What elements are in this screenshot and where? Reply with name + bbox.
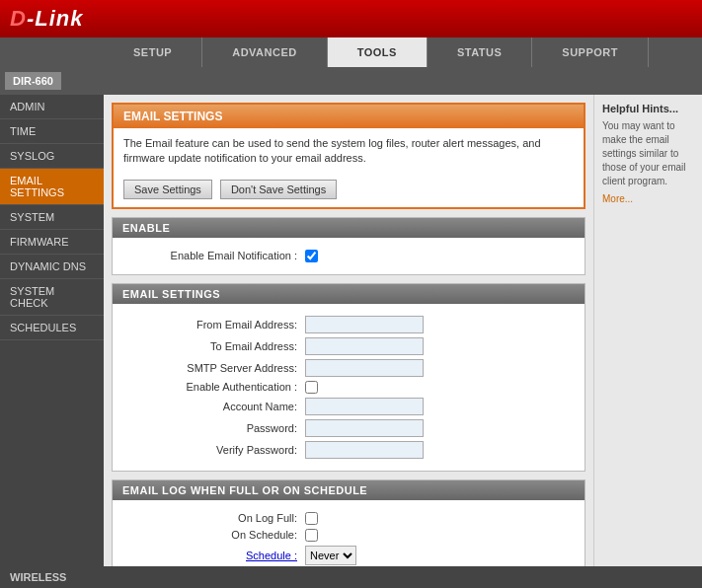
schedule-select[interactable]: Never (305, 546, 356, 565)
sidebar-item-email-settings[interactable]: EMAIL SETTINGS (0, 169, 104, 205)
sidebar-item-syslog[interactable]: SYSLOG (0, 144, 104, 169)
email-log-section-header: EMAIL LOG WHEN FULL OR ON SCHEDULE (113, 480, 585, 500)
to-email-row: To Email Address: (127, 337, 570, 355)
tab-support[interactable]: SUPPORT (532, 37, 649, 67)
enable-auth-row: Enable Authentication : (127, 381, 570, 394)
enable-notification-checkbox[interactable] (305, 250, 318, 262)
sidebar-item-dynamic-dns[interactable]: DYNAMIC DNS (0, 255, 104, 279)
hints-panel: Helpful Hints... You may want to make th… (593, 95, 702, 566)
sidebar-item-admin[interactable]: ADMIN (0, 95, 104, 119)
schedule-label: Schedule : (127, 550, 305, 561)
account-name-input[interactable] (305, 398, 424, 415)
on-log-full-checkbox[interactable] (305, 512, 318, 525)
on-schedule-checkbox[interactable] (305, 529, 318, 542)
tab-tools[interactable]: TOOLS (328, 37, 428, 67)
tab-status[interactable]: STATUS (428, 37, 532, 67)
hints-text: You may want to make the email settings … (602, 119, 694, 188)
verify-password-row: Verify Password: (127, 441, 570, 459)
email-log-section: EMAIL LOG WHEN FULL OR ON SCHEDULE On Lo… (112, 479, 585, 566)
from-email-label: From Email Address: (127, 319, 305, 331)
email-settings-top-header: EMAIL SETTINGS (114, 105, 584, 128)
email-log-section-content: On Log Full: On Schedule: Schedule : Nev… (113, 500, 585, 566)
main-layout: ADMIN TIME SYSLOG EMAIL SETTINGS SYSTEM … (0, 95, 702, 566)
email-settings-description: The Email feature can be used to send th… (114, 128, 584, 175)
sidebar-item-system[interactable]: SYSTEM (0, 205, 104, 230)
verify-password-input[interactable] (305, 441, 424, 459)
email-settings-section-header: EMAIL SETTINGS (113, 284, 585, 304)
sidebar: ADMIN TIME SYSLOG EMAIL SETTINGS SYSTEM … (0, 95, 104, 566)
from-email-row: From Email Address: (127, 316, 570, 333)
password-input[interactable] (305, 419, 424, 437)
save-settings-button[interactable]: Save Settings (123, 180, 212, 199)
password-row: Password: (127, 419, 570, 437)
smtp-row: SMTP Server Address: (127, 359, 570, 377)
navbar: SETUP ADVANCED TOOLS STATUS SUPPORT (0, 37, 702, 67)
enable-section-content: Enable Email Notification : (113, 238, 585, 274)
sidebar-item-schedules[interactable]: SCHEDULES (0, 316, 104, 340)
sidebar-item-firmware[interactable]: FIRMWARE (0, 230, 104, 255)
email-settings-section-content: From Email Address: To Email Address: SM… (113, 304, 585, 471)
tab-setup[interactable]: SETUP (104, 37, 202, 67)
hints-more-link[interactable]: More... (602, 193, 694, 204)
sidebar-item-time[interactable]: TIME (0, 119, 104, 144)
on-log-full-row: On Log Full: (127, 512, 570, 525)
verify-password-label: Verify Password: (127, 444, 305, 456)
to-email-label: To Email Address: (127, 340, 305, 352)
content-inner: EMAIL SETTINGS The Email feature can be … (104, 95, 702, 566)
footer: WIRELESS (0, 566, 702, 588)
header: D-Link (0, 0, 702, 37)
from-email-input[interactable] (305, 316, 424, 333)
schedule-row: Schedule : Never (127, 546, 570, 565)
content-main: EMAIL SETTINGS The Email feature can be … (104, 95, 593, 566)
device-label: DIR-660 (5, 72, 61, 90)
settings-buttons: Save Settings Don't Save Settings (114, 175, 584, 207)
password-label: Password: (127, 422, 305, 434)
dont-save-settings-button[interactable]: Don't Save Settings (220, 180, 337, 199)
enable-auth-checkbox[interactable] (305, 381, 318, 394)
enable-section: ENABLE Enable Email Notification : (112, 217, 585, 275)
enable-notification-row: Enable Email Notification : (127, 250, 570, 262)
enable-notification-label: Enable Email Notification : (127, 250, 305, 261)
account-name-label: Account Name: (127, 401, 305, 412)
on-log-full-label: On Log Full: (127, 512, 305, 524)
device-bar: DIR-660 (0, 67, 702, 95)
sidebar-item-system-check[interactable]: SYSTEM CHECK (0, 279, 104, 316)
smtp-input[interactable] (305, 359, 424, 377)
hints-title: Helpful Hints... (602, 103, 694, 114)
smtp-label: SMTP Server Address: (127, 362, 305, 374)
enable-section-header: ENABLE (113, 218, 585, 238)
enable-auth-label: Enable Authentication : (127, 381, 305, 393)
logo: D-Link (10, 6, 83, 32)
content-area: EMAIL SETTINGS The Email feature can be … (104, 95, 702, 566)
to-email-input[interactable] (305, 337, 424, 355)
on-schedule-row: On Schedule: (127, 529, 570, 542)
footer-text: WIRELESS (10, 571, 66, 583)
email-settings-section: EMAIL SETTINGS From Email Address: To Em… (112, 283, 585, 472)
email-settings-top-section: EMAIL SETTINGS The Email feature can be … (112, 103, 585, 209)
on-schedule-label: On Schedule: (127, 529, 305, 541)
tab-advanced[interactable]: ADVANCED (202, 37, 328, 67)
account-name-row: Account Name: (127, 398, 570, 415)
